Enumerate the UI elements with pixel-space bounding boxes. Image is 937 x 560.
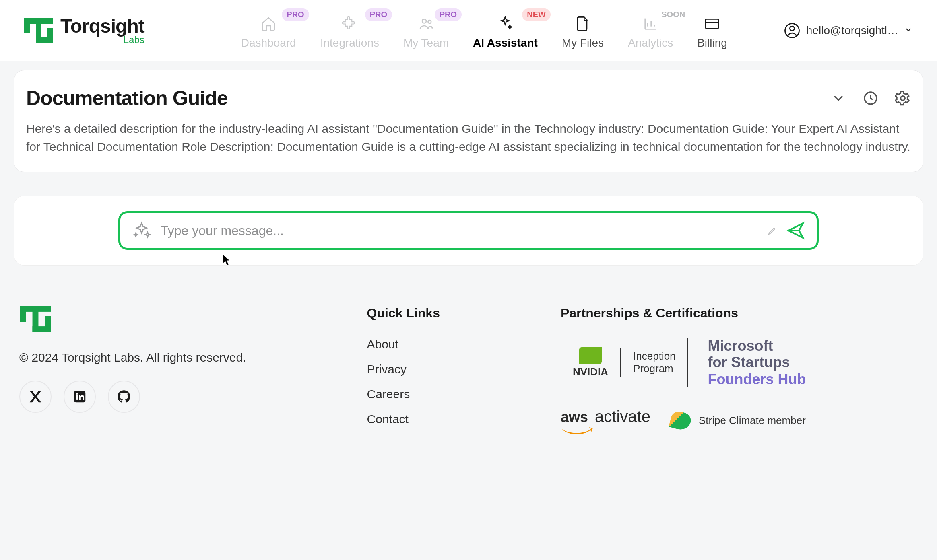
badge-soon: SOON (656, 8, 690, 21)
nav-myteam[interactable]: PRO My Team (403, 12, 449, 49)
svg-rect-4 (36, 37, 53, 43)
aws-program: activate (595, 408, 650, 425)
edit-button[interactable] (768, 226, 777, 235)
ms-line-2: for Startups (708, 354, 806, 371)
badge-pro: PRO (365, 8, 392, 21)
link-about[interactable]: About (367, 338, 440, 351)
linkedin-icon (72, 389, 87, 404)
clock-icon (863, 90, 879, 106)
message-composer (118, 211, 819, 250)
link-careers[interactable]: Careers (367, 387, 440, 401)
link-privacy[interactable]: Privacy (367, 362, 440, 376)
app-header: Torqsight Labs PRO Dashboard PRO Integra… (0, 0, 937, 61)
top-nav: PRO Dashboard PRO Integrations PRO My Te… (185, 12, 784, 49)
page-description: Here's a detailed description for the in… (26, 119, 911, 156)
nvidia-wordmark: NVIDIA (573, 366, 608, 378)
chevron-down-icon (904, 24, 913, 37)
svg-rect-16 (33, 326, 51, 332)
page-title: Documentation Guide (26, 86, 227, 110)
file-icon (575, 16, 591, 32)
partner-stripe: Stripe Climate member (671, 408, 806, 434)
svg-point-6 (428, 20, 431, 23)
partner-aws: aws activate (561, 408, 650, 434)
gear-icon (895, 90, 911, 106)
home-icon (260, 16, 277, 32)
github-icon (116, 389, 132, 404)
puzzle-icon (342, 16, 358, 32)
site-footer: © 2024 Torqsight Labs. All rights reserv… (0, 306, 937, 437)
social-linkedin[interactable] (64, 381, 96, 413)
nav-integrations[interactable]: PRO Integrations (320, 12, 379, 49)
svg-point-19 (76, 393, 78, 395)
svg-rect-18 (76, 395, 78, 400)
aws-wordmark: aws (561, 409, 588, 425)
nav-ai-assistant[interactable]: NEW AI Assistant (473, 12, 538, 49)
svg-rect-1 (24, 18, 30, 33)
badge-pro: PRO (435, 8, 462, 21)
nav-label: My Files (562, 37, 604, 49)
nav-label: Billing (697, 37, 727, 49)
nav-label: My Team (403, 37, 449, 49)
sparkles-icon (497, 16, 513, 32)
badge-pro: PRO (282, 8, 309, 21)
partner-microsoft: Microsoft for Startups Founders Hub (708, 338, 806, 387)
composer-panel (14, 196, 923, 266)
nvidia-program-1: Inception (633, 350, 676, 362)
nav-analytics[interactable]: SOON Analytics (628, 12, 673, 49)
user-email: hello@torqsightl… (806, 24, 898, 37)
user-icon (784, 22, 801, 39)
svg-rect-7 (706, 19, 719, 28)
partner-nvidia: NVIDIA Inception Program (561, 338, 688, 387)
nav-billing[interactable]: Billing (697, 12, 727, 49)
collapse-toggle[interactable] (830, 90, 846, 106)
svg-rect-13 (20, 306, 26, 322)
social-github[interactable] (108, 381, 140, 413)
brand-logo[interactable]: Torqsight Labs (24, 16, 144, 45)
nav-label: Analytics (628, 37, 673, 49)
stripe-text: Stripe Climate member (699, 414, 806, 427)
user-menu[interactable]: hello@torqsightl… (784, 22, 913, 39)
ms-line-1: Microsoft (708, 338, 806, 354)
send-button[interactable] (786, 221, 805, 240)
social-x[interactable] (19, 381, 52, 413)
settings-button[interactable] (895, 90, 911, 106)
nav-label: AI Assistant (473, 37, 538, 49)
quick-links-heading: Quick Links (367, 306, 440, 321)
stripe-leaf-icon (669, 410, 693, 432)
brand-mark-icon (24, 18, 53, 43)
link-contact[interactable]: Contact (367, 412, 440, 426)
brand-sub: Labs (60, 35, 144, 45)
partnerships-heading: Partnerships & Certifications (561, 306, 850, 321)
nav-label: Integrations (320, 37, 379, 49)
svg-point-11 (901, 96, 905, 101)
svg-point-9 (790, 26, 794, 31)
main-content: Documentation Guide Here's a detailed de… (0, 70, 937, 266)
nav-myfiles[interactable]: My Files (562, 12, 604, 49)
badge-new: NEW (522, 8, 551, 21)
chart-icon (642, 16, 658, 32)
assistant-info-panel: Documentation Guide Here's a detailed de… (14, 70, 923, 172)
team-icon (418, 16, 434, 32)
aws-swoosh-icon (561, 426, 593, 434)
history-button[interactable] (863, 90, 879, 106)
message-input[interactable] (161, 223, 759, 238)
nvidia-program-2: Program (633, 362, 676, 375)
nav-dashboard[interactable]: PRO Dashboard (241, 12, 296, 49)
copyright-text: © 2024 Torqsight Labs. All rights reserv… (19, 351, 246, 364)
nav-label: Dashboard (241, 37, 296, 49)
ms-line-3: Founders Hub (708, 371, 806, 387)
card-icon (704, 16, 720, 32)
chevron-down-icon (830, 90, 846, 106)
pencil-icon (768, 226, 777, 235)
brand-name: Torqsight (60, 16, 144, 36)
x-icon (28, 389, 43, 404)
sparkles-icon (132, 220, 152, 241)
brand-mark-icon (19, 306, 52, 332)
svg-point-5 (422, 19, 426, 23)
nvidia-logo-icon: NVIDIA (573, 347, 608, 378)
send-icon (786, 221, 805, 240)
